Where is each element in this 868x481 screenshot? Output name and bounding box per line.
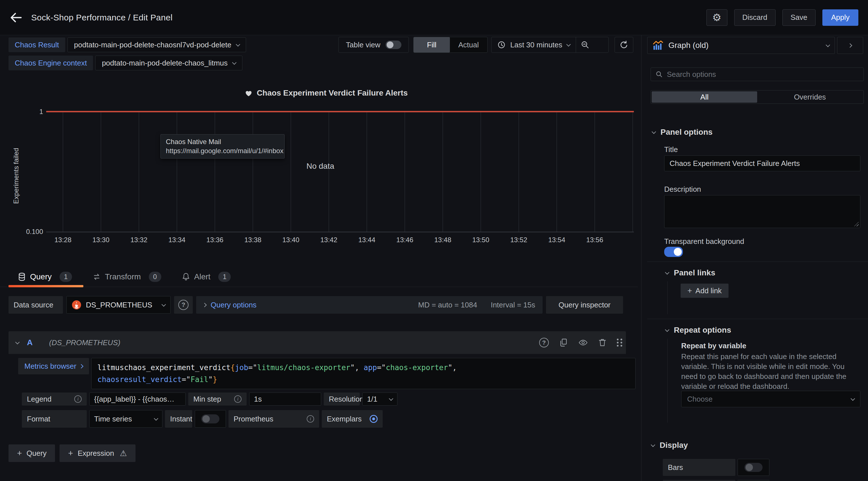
exemplars-icon[interactable]	[370, 415, 378, 423]
graph-old-icon	[653, 40, 664, 51]
panel-title-text: Chaos Experiment Verdict Failure Alerts	[257, 89, 408, 97]
panel-settings-button[interactable]: ⚙	[706, 9, 727, 26]
promql-token: litmus/chaos-exporter	[257, 363, 350, 372]
save-button[interactable]: Save	[782, 9, 815, 26]
promql-token: ,	[453, 363, 457, 372]
chevron-down-icon	[236, 42, 240, 47]
promql-token: "	[350, 363, 355, 372]
repeat-options-section-header[interactable]: Repeat options	[665, 326, 731, 335]
collapse-options-button[interactable]	[837, 37, 863, 54]
repeat-description: Repeat this panel for each value in the …	[681, 352, 862, 391]
threshold-line	[46, 111, 634, 112]
legend-input[interactable]	[94, 395, 181, 403]
table-view-toggle[interactable]	[385, 40, 401, 49]
apply-button[interactable]: Apply	[823, 9, 858, 26]
resolution-label: Resolution	[329, 395, 364, 403]
tab-label: Alert	[194, 272, 211, 281]
prometheus-type-box: Prometheus i	[228, 410, 319, 428]
delete-icon[interactable]	[598, 338, 607, 347]
instant-toggle[interactable]	[201, 414, 219, 423]
search-input[interactable]	[667, 70, 859, 79]
metrics-browser-button[interactable]: Metrics browser	[18, 358, 89, 374]
section-divider	[647, 319, 868, 319]
refresh-button[interactable]	[615, 37, 633, 53]
format-dropdown[interactable]: Time series	[89, 410, 162, 428]
actual-option[interactable]: Actual	[450, 37, 487, 53]
indent-guide	[667, 339, 668, 423]
query-row-header[interactable]: A (DS_PROMETHEUS) ?	[8, 331, 626, 354]
chevron-down-icon	[652, 129, 656, 134]
query-ref-id: A	[27, 338, 33, 347]
filter-tab-overrides[interactable]: Overrides	[757, 91, 863, 103]
datasource-value: DS_PROMETHEUS	[86, 301, 158, 309]
table-view-label: Table view	[346, 40, 380, 49]
query-options-bar[interactable]: Query options MD = auto = 1084 Interval …	[196, 296, 542, 314]
resolution-dropdown[interactable]: 1/1	[362, 392, 397, 405]
query-inspector-button[interactable]: Query inspector	[546, 296, 623, 314]
tab-alert[interactable]: Alert 1	[182, 267, 231, 287]
min-step-input[interactable]	[254, 395, 316, 403]
promql-token: "	[381, 363, 386, 372]
promql-token: =	[248, 363, 253, 372]
tab-transform[interactable]: Transform 0	[92, 267, 161, 287]
tab-query[interactable]: Query 1	[18, 267, 72, 287]
x-tick-label: 13:44	[348, 236, 386, 244]
data-link-tooltip[interactable]: Chaos Native Mail https://mail.google.co…	[160, 134, 285, 158]
add-query-button[interactable]: + Query	[8, 444, 55, 462]
fill-option[interactable]: Fill	[413, 37, 450, 53]
promql-editor[interactable]: litmuschaos_experiment_verdict{job="litm…	[91, 358, 636, 389]
y-axis-title: Experiments failed	[12, 139, 21, 213]
choose-placeholder: Choose	[687, 395, 713, 403]
variable-value-dropdown[interactable]: podtato-main-pod-delete-chaos_litmus	[95, 56, 242, 70]
toggle-visibility-icon[interactable]	[578, 338, 588, 347]
promql-token: ,	[354, 363, 364, 372]
resolution-label-box: Resolution	[324, 392, 360, 405]
clock-icon	[497, 40, 506, 49]
x-tick-label: 13:42	[310, 236, 348, 244]
exemplars-box: Exemplars	[322, 410, 383, 428]
panel-header[interactable]: Chaos Experiment Verdict Failure Alerts	[17, 89, 635, 97]
transparent-bg-toggle[interactable]	[664, 247, 683, 257]
filter-tab-all[interactable]: All	[652, 91, 757, 103]
datasource-picker[interactable]: DS_PROMETHEUS	[66, 296, 170, 314]
visualization-picker[interactable]: Graph (old)	[647, 37, 835, 54]
query-row-actions: ?	[539, 338, 619, 348]
duplicate-icon[interactable]	[559, 338, 568, 347]
add-link-button[interactable]: + Add link	[681, 283, 728, 298]
legend-input-wrap	[89, 392, 186, 405]
resize-grip-icon[interactable]	[854, 222, 859, 226]
panel-title-input[interactable]	[670, 159, 855, 168]
time-range-control: Last 30 minutes	[491, 37, 609, 53]
repeat-variable-dropdown[interactable]: Choose	[681, 391, 860, 407]
query-help-icon[interactable]: ?	[539, 338, 549, 348]
add-expression-label: Expression	[78, 449, 114, 458]
query-options-row-1: Legend i Min step i Resolution 1/1	[22, 392, 397, 405]
variable-label: Chaos Engine context	[8, 56, 93, 70]
heart-icon	[244, 89, 253, 97]
y-tick-label: 1	[26, 108, 43, 116]
bars-toggle[interactable]	[744, 463, 763, 472]
description-textarea[interactable]	[664, 195, 860, 228]
next-option-row-partial	[663, 480, 735, 481]
format-label-box: Format	[22, 410, 87, 428]
query-actions: + Query + Expression ⚠	[8, 444, 135, 462]
toggle-knob	[674, 248, 682, 256]
back-arrow-icon[interactable]	[10, 11, 23, 24]
panel-options-section-header[interactable]: Panel options	[652, 128, 713, 137]
time-range-picker[interactable]: Last 30 minutes	[492, 37, 576, 53]
drag-handle-icon[interactable]	[617, 339, 619, 340]
datasource-help-button[interactable]: ?	[174, 296, 193, 314]
add-expression-button[interactable]: + Expression ⚠	[60, 444, 135, 462]
chevron-down-icon	[162, 302, 166, 307]
zoom-out-button[interactable]	[576, 37, 594, 53]
display-section-header[interactable]: Display	[651, 441, 688, 450]
panel-links-section-header[interactable]: Panel links	[665, 268, 715, 277]
promql-line: chaosresult_verdict="Fail"}	[97, 373, 629, 385]
promql-token: app	[364, 363, 377, 372]
chevron-down-icon	[389, 396, 394, 401]
options-search	[651, 67, 864, 81]
interval-stat: Interval = 15s	[491, 301, 535, 309]
variable-value-dropdown[interactable]: podtato-main-pod-delete-chaosnl7vd-pod-d…	[67, 37, 246, 52]
discard-button[interactable]: Discard	[734, 9, 776, 26]
query-expression-row: Metrics browser litmuschaos_experiment_v…	[18, 358, 636, 389]
